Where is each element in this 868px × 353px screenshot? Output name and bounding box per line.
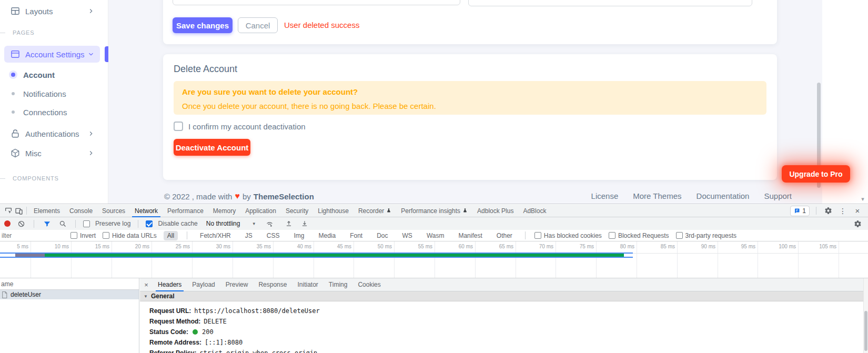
filter-type-js[interactable]: JS (241, 231, 256, 240)
filter-type-other[interactable]: Other (493, 231, 516, 240)
filter-type-fetch-xhr[interactable]: Fetch/XHR (196, 231, 235, 240)
details-tab-headers[interactable]: Headers (153, 278, 187, 291)
invert-filter-checkbox[interactable]: Invert (70, 232, 96, 239)
close-devtools-icon[interactable]: × (852, 206, 863, 216)
devtools-tab-performance-insights[interactable]: Performance insights (396, 205, 472, 217)
details-tab-timing[interactable]: Timing (324, 278, 353, 291)
timeline-tick: 95 ms (719, 244, 755, 249)
close-details-icon[interactable]: × (140, 281, 153, 289)
timeline-tick: 50 ms (355, 244, 392, 249)
filter-input[interactable] (0, 231, 66, 240)
settings-gear-icon[interactable] (823, 206, 833, 216)
devtools-tab-application[interactable]: Application (240, 205, 281, 217)
blocked-requests-checkbox[interactable]: Blocked Requests (609, 232, 669, 239)
preserve-log-checkbox[interactable] (83, 220, 90, 227)
throttling-dropdown[interactable]: No throttling ▾ (206, 220, 255, 227)
devtools-tab-sources[interactable]: Sources (97, 205, 130, 217)
devtools-tab-memory[interactable]: Memory (208, 205, 240, 217)
devtools-tab-adblock[interactable]: AdBlock (518, 205, 551, 217)
footer-link-documentation[interactable]: Documentation (697, 191, 750, 200)
overview-waterfall-bar[interactable] (0, 253, 633, 258)
footer-link-support[interactable]: Support (764, 191, 792, 200)
timeline-tick: 55 ms (396, 244, 432, 249)
footer-link-license[interactable]: License (591, 191, 619, 200)
filter-type-font[interactable]: Font (346, 231, 366, 240)
issues-counter-button[interactable]: 1 (790, 206, 810, 216)
general-section-header[interactable]: ▼ General (140, 291, 863, 301)
details-tab-response[interactable]: Response (253, 278, 292, 291)
timeline-tick: 75 ms (557, 244, 594, 249)
sidebar-item-authentications[interactable]: Authentications (0, 125, 108, 143)
overview-loaded-segment (45, 254, 624, 257)
timeline-tick: 45 ms (315, 244, 351, 249)
devtools-tab-performance[interactable]: Performance (163, 205, 208, 217)
filter-type-img[interactable]: Img (290, 231, 308, 240)
filter-type-media[interactable]: Media (315, 231, 339, 240)
deactivate-account-button[interactable]: Deactivate Account (174, 139, 250, 156)
clear-network-log-icon[interactable] (16, 218, 26, 229)
devtools-tab-lighthouse[interactable]: Lighthouse (313, 205, 354, 217)
sidebar-item-misc[interactable]: Misc (0, 144, 108, 162)
name-column-header[interactable]: ame (0, 278, 139, 290)
export-har-icon[interactable] (299, 218, 310, 229)
network-settings-gear-icon[interactable] (852, 218, 863, 229)
filter-type-wasm[interactable]: Wasm (423, 231, 448, 240)
sidebar-item-account[interactable]: Account (0, 66, 108, 84)
sidebar-item-label: Misc (25, 149, 42, 158)
form-input-right[interactable] (468, 0, 752, 6)
heart-icon: ♥ (235, 191, 240, 201)
devtools-tab-console[interactable]: Console (65, 205, 97, 217)
separator (75, 220, 76, 228)
disable-cache-label[interactable]: Disable cache (158, 220, 197, 227)
sidebar-item-notifications[interactable]: Notifications (0, 85, 108, 103)
warning-title: Are you sure you want to delete your acc… (182, 87, 758, 97)
inspect-element-icon[interactable] (3, 206, 14, 216)
filter-funnel-icon[interactable] (42, 218, 52, 229)
confirm-checkbox[interactable] (174, 122, 183, 131)
details-tab-initiator[interactable]: Initiator (292, 278, 323, 291)
filter-type-ws[interactable]: WS (399, 231, 416, 240)
filter-type-doc[interactable]: Doc (373, 231, 391, 240)
devtools-tab-elements[interactable]: Elements (29, 205, 65, 217)
network-conditions-icon[interactable] (265, 218, 275, 229)
device-toolbar-icon[interactable] (14, 206, 24, 216)
devtools-tab-recorder[interactable]: Recorder (354, 205, 396, 217)
upgrade-to-pro-button[interactable]: Upgrade to Pro (782, 165, 850, 183)
devtools-scrollbar-thumb[interactable] (864, 311, 867, 351)
request-list-panel: ame deleteUser (0, 278, 139, 353)
import-har-icon[interactable] (284, 218, 294, 229)
cancel-button[interactable]: Cancel (238, 17, 278, 33)
sidebar-item-layouts[interactable]: Layouts (0, 2, 108, 20)
details-tab-preview[interactable]: Preview (220, 278, 254, 291)
has-blocked-cookies-checkbox[interactable]: Has blocked cookies (534, 232, 602, 239)
devtools-tab-security[interactable]: Security (281, 205, 313, 217)
brand-link[interactable]: ThemeSelection (254, 192, 314, 201)
kebab-menu-icon[interactable]: ⋮ (837, 206, 848, 216)
devtools-panel: Elements Console Sources Network Perform… (0, 204, 868, 353)
active-bullet-icon (11, 73, 15, 77)
disable-cache-checkbox[interactable] (146, 220, 153, 227)
page-scrollbar-down-arrow[interactable]: ▾ (859, 195, 866, 203)
devtools-tab-adblock-plus[interactable]: Adblock Plus (472, 205, 518, 217)
sidebar: Layouts PAGES Account Settings Account N… (0, 0, 108, 204)
bullet-icon (12, 110, 15, 114)
separator (525, 231, 526, 239)
third-party-requests-checkbox[interactable]: 3rd-party requests (676, 232, 736, 239)
request-row-deleteuser[interactable]: deleteUser (0, 290, 139, 299)
filter-type-css[interactable]: CSS (263, 231, 284, 240)
search-icon[interactable] (57, 218, 68, 229)
hide-data-urls-checkbox[interactable]: Hide data URLs (103, 232, 157, 239)
devtools-tab-network[interactable]: Network (130, 205, 163, 217)
filter-type-manifest[interactable]: Manifest (455, 231, 486, 240)
sidebar-item-account-settings[interactable]: Account Settings (0, 45, 108, 63)
details-tab-payload[interactable]: Payload (187, 278, 220, 291)
form-input-left[interactable] (173, 0, 460, 5)
footer-link-more-themes[interactable]: More Themes (633, 191, 681, 200)
filter-type-all[interactable]: All (164, 231, 178, 240)
details-tab-cookies[interactable]: Cookies (352, 278, 386, 291)
preserve-log-label[interactable]: Preserve log (95, 220, 130, 227)
record-network-log-icon[interactable] (4, 220, 11, 227)
save-button[interactable]: Save changes (173, 17, 233, 33)
document-icon (2, 291, 7, 298)
sidebar-item-connections[interactable]: Connections (0, 103, 108, 121)
